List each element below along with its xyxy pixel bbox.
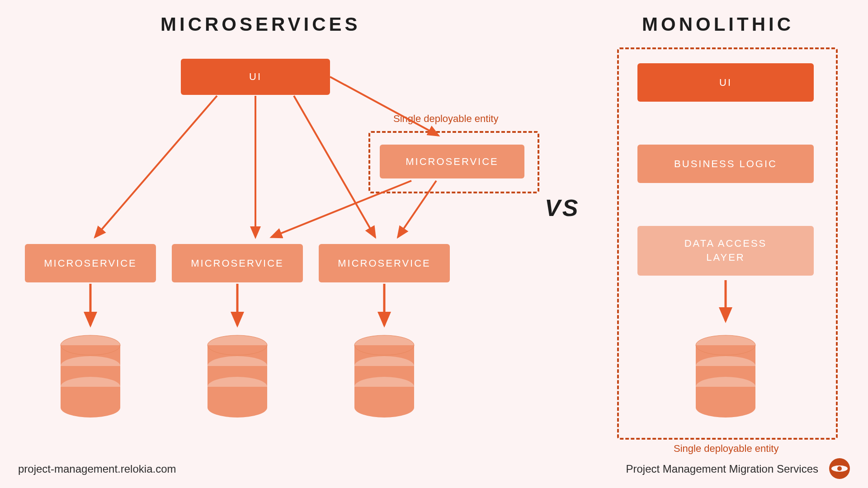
heading-microservices: MICROSERVICES — [160, 14, 361, 35]
block-ui-left: UI — [181, 59, 330, 95]
svg-point-15 — [61, 398, 120, 418]
svg-line-0 — [330, 77, 439, 136]
database-icon-3 — [353, 334, 416, 420]
block-ms-1: MICROSERVICE — [25, 244, 156, 282]
database-icon-mono — [694, 334, 757, 420]
footer-brand: Project Management Migration Services — [626, 463, 818, 475]
heading-monolithic: MONOLITHIC — [642, 14, 794, 35]
block-ms-top: MICROSERVICE — [380, 145, 524, 178]
deploy-caption-left: Single deployable entity — [393, 113, 498, 125]
database-icon-1 — [59, 334, 122, 420]
database-icon-2 — [206, 334, 269, 420]
vs-label: VS — [545, 194, 580, 221]
svg-point-40 — [696, 398, 755, 418]
svg-line-3 — [294, 96, 375, 237]
svg-line-1 — [95, 96, 217, 237]
block-ms-3: MICROSERVICE — [319, 244, 450, 282]
diagram-canvas: MICROSERVICES MONOLITHIC VS UI Single de… — [0, 0, 868, 488]
svg-point-31 — [354, 398, 414, 418]
footer-url: project-management.relokia.com — [18, 463, 176, 475]
svg-point-23 — [208, 398, 267, 418]
brand-logo-icon — [828, 457, 851, 480]
block-ui-right: UI — [637, 63, 814, 102]
block-business-logic: BUSINESS LOGIC — [637, 145, 814, 183]
block-ms-2: MICROSERVICE — [172, 244, 303, 282]
svg-point-44 — [837, 466, 842, 471]
deploy-caption-right: Single deployable entity — [674, 443, 778, 455]
block-data-access-layer: DATA ACCESS LAYER — [637, 226, 814, 276]
